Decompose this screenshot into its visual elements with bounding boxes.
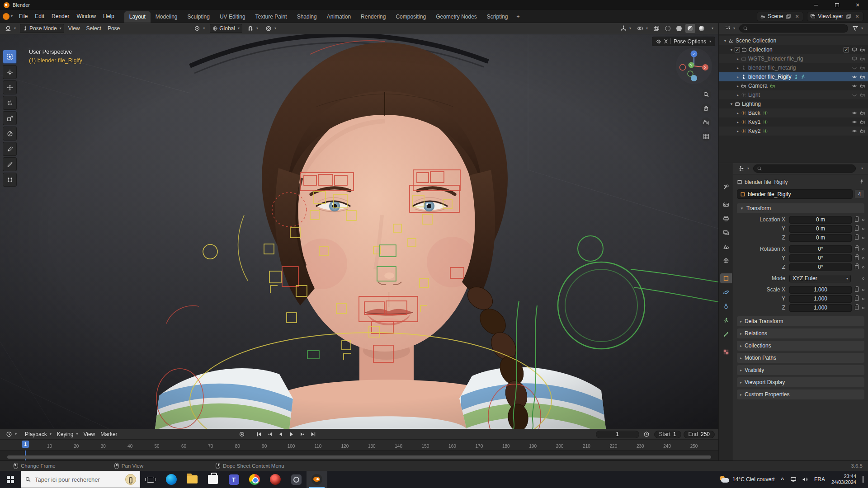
jump-to-end-button[interactable] (308, 430, 319, 439)
outliner-row-key1[interactable]: ▸ Key1 (719, 117, 868, 127)
expand-arrow[interactable]: ▼ (722, 39, 728, 43)
add-workspace-button[interactable]: + (513, 11, 524, 23)
viewlayer-selector[interactable]: ViewLayer ✕ (807, 12, 863, 21)
expand-arrow[interactable]: ▼ (728, 48, 735, 52)
transform-orientation-button[interactable]: Global▾ (210, 24, 242, 33)
play-reverse-button[interactable] (276, 430, 286, 439)
expand-arrow[interactable]: ▸ (735, 111, 741, 115)
tab-rendering[interactable]: Rendering (356, 11, 391, 23)
properties-filter-button[interactable]: ▾ (858, 164, 865, 173)
eye-closed-icon[interactable] (852, 92, 857, 98)
outliner-row-light[interactable]: ▸ Light (719, 90, 868, 99)
rotation-mode-dropdown[interactable]: XYZ Euler (789, 275, 851, 282)
tool-select-box[interactable] (3, 50, 17, 64)
ortho-grid-icon[interactable] (701, 131, 711, 141)
timeline-track-area[interactable] (0, 450, 718, 460)
proportional-editing-button[interactable]: ▾ (263, 24, 278, 33)
rotation-x-input[interactable]: 0° (789, 245, 852, 253)
animate-dot[interactable] (862, 298, 864, 300)
taskbar-app-chrome[interactable] (244, 471, 265, 488)
taskbar-search[interactable] (21, 471, 140, 488)
render-camera-icon[interactable] (860, 65, 865, 70)
shading-wireframe-button[interactable] (663, 24, 673, 33)
outliner-editor-type-button[interactable]: ▾ (722, 24, 737, 33)
lock-icon[interactable] (855, 227, 859, 231)
mirror-x-label[interactable]: X (664, 38, 668, 45)
tab-world[interactable] (720, 256, 732, 266)
lock-icon[interactable] (855, 256, 859, 260)
current-frame-field[interactable]: 1 (596, 431, 639, 438)
location-y-input[interactable]: 0 m (789, 225, 852, 233)
preview-range-toggle[interactable] (642, 430, 652, 439)
tab-geometry-nodes[interactable]: Geometry Nodes (431, 11, 482, 23)
animate-dot[interactable] (862, 248, 864, 250)
scene-selector[interactable]: Scene ✕ (757, 12, 803, 21)
blender-menu-button[interactable]: ▾ (0, 13, 15, 20)
scale-z-input[interactable]: 1.000 (789, 304, 852, 312)
tab-render[interactable] (720, 200, 732, 210)
lock-icon[interactable] (855, 218, 859, 222)
taskbar-app-teams[interactable]: T (223, 471, 244, 488)
section-motion-paths[interactable]: ▸Motion Paths (737, 353, 864, 363)
animate-dot[interactable] (862, 307, 864, 309)
section-delta-transform[interactable]: ▸Delta Transform (737, 316, 864, 326)
navigation-gizmo[interactable]: Z X Y (675, 47, 713, 85)
location-z-input[interactable]: 0 m (789, 234, 852, 242)
tab-scripting[interactable]: Scripting (482, 11, 513, 23)
outliner-row-back[interactable]: ▸ Back (719, 108, 868, 117)
scale-y-input[interactable]: 1.000 (789, 295, 852, 303)
tab-texture[interactable] (720, 347, 732, 357)
outliner-row-metarig[interactable]: ▸ blender file_metarig (719, 63, 868, 72)
play-button[interactable] (287, 430, 297, 439)
section-transform[interactable]: ▼Transform (737, 203, 864, 213)
menu-window[interactable]: Window (73, 11, 99, 21)
outliner-filter-button[interactable]: ▾ (850, 24, 865, 33)
tab-object-data[interactable] (720, 315, 732, 325)
rotation-z-input[interactable]: 0° (789, 263, 852, 271)
menu-file[interactable]: File (15, 11, 31, 21)
render-camera-icon[interactable] (860, 83, 865, 89)
notification-center-button[interactable] (863, 476, 863, 483)
outliner-search-input[interactable] (739, 24, 848, 33)
scale-x-input[interactable]: 1.000 (789, 286, 852, 294)
eye-icon[interactable] (852, 119, 857, 125)
shading-solid-button[interactable] (674, 24, 684, 33)
new-scene-button[interactable] (785, 13, 792, 19)
render-camera-icon[interactable] (860, 110, 865, 116)
tool-pose-breakdowner[interactable] (3, 173, 17, 187)
section-collections[interactable]: ▸Collections (737, 341, 864, 351)
editor-type-button[interactable]: ▾ (3, 24, 18, 33)
monitor-icon[interactable] (852, 47, 857, 52)
taskbar-app-edge[interactable] (161, 471, 182, 488)
expand-arrow[interactable]: ▸ (735, 84, 741, 88)
exclude-checkbox[interactable]: ✓ (844, 47, 849, 52)
tool-transform[interactable] (3, 127, 17, 141)
menu-render[interactable]: Render (48, 11, 73, 21)
expand-arrow[interactable]: ▸ (735, 93, 741, 97)
expand-arrow[interactable]: ▸ (735, 129, 741, 133)
outliner-row-camera[interactable]: ▸ Camera (719, 81, 868, 90)
section-viewport-display[interactable]: ▸Viewport Display (737, 377, 864, 387)
render-camera-icon[interactable] (860, 47, 865, 52)
tab-output[interactable] (720, 214, 732, 224)
animate-dot[interactable] (862, 266, 864, 268)
outliner-row-key2[interactable]: ▸ Key2 (719, 127, 868, 136)
tool-scale[interactable] (3, 111, 17, 125)
next-keyframe-button[interactable] (297, 430, 308, 439)
menu-pose[interactable]: Pose (105, 24, 122, 33)
animate-dot[interactable] (862, 219, 864, 221)
tab-shading[interactable]: Shading (292, 11, 322, 23)
pose-options-button[interactable]: Pose Options▾ (674, 38, 711, 45)
object-name-field[interactable]: blender file_Rigify (737, 189, 853, 199)
animate-dot[interactable] (862, 257, 864, 259)
tool-rotate[interactable] (3, 96, 17, 110)
menu-select[interactable]: Select (84, 24, 104, 33)
pan-hand-icon[interactable] (701, 103, 711, 113)
task-view-button[interactable] (140, 471, 161, 488)
lock-icon[interactable] (855, 265, 859, 269)
taskbar-app-explorer[interactable] (182, 471, 203, 488)
weather-widget[interactable]: 14°C Ciel couvert (719, 476, 775, 483)
expand-arrow[interactable]: ▸ (735, 75, 741, 79)
lock-icon[interactable] (855, 288, 859, 292)
outliner-row-collection[interactable]: ▼ ✓ Collection ✓ (719, 45, 868, 54)
